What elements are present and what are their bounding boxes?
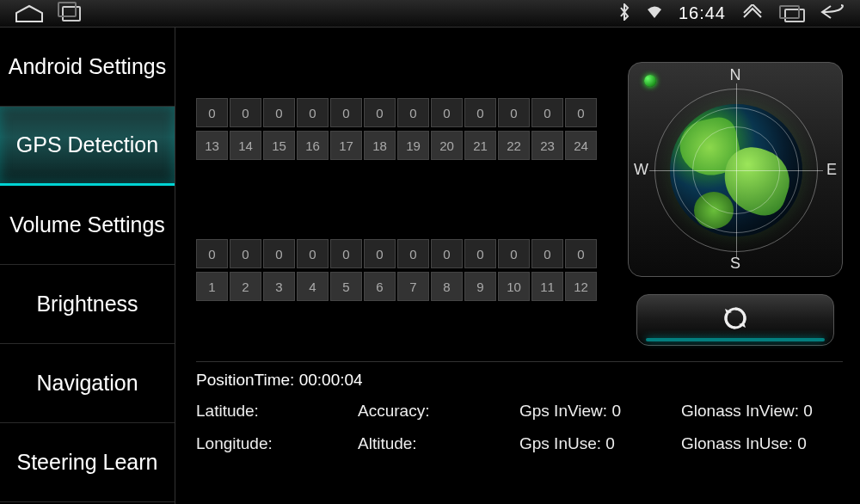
- sat-signal-value: 0: [531, 239, 563, 268]
- sat-signal-value: 0: [364, 98, 396, 127]
- sat-signal-value: 0: [263, 239, 295, 268]
- sidebar-item-steering-learn[interactable]: Steering Learn: [0, 423, 175, 502]
- clock: 16:44: [679, 3, 726, 23]
- back-icon[interactable]: [820, 4, 846, 23]
- sidebar: Android Settings GPS Detection Volume Se…: [0, 28, 175, 504]
- sat-id: 6: [364, 272, 396, 301]
- compass-east: E: [826, 161, 837, 179]
- sidebar-item-brightness[interactable]: Brightness: [0, 265, 175, 344]
- sat-signal-value: 0: [364, 239, 396, 268]
- sidebar-item-gps-detection[interactable]: GPS Detection: [0, 107, 175, 186]
- main-content: 000000000000 131415161718192021222324 00…: [175, 28, 860, 504]
- sat-id: 23: [531, 131, 563, 160]
- sat-signal-value: 0: [230, 98, 261, 127]
- sat-id: 1: [196, 272, 228, 301]
- longitude: Longitude:: [196, 434, 358, 453]
- recent-apps-icon[interactable]: [779, 5, 805, 22]
- sat-signal-value: 0: [498, 98, 530, 127]
- accuracy: Accuracy:: [358, 402, 519, 421]
- sidebar-item-label: GPS Detection: [16, 132, 158, 157]
- sat-id: 14: [230, 131, 261, 160]
- sat-id: 9: [464, 272, 496, 301]
- sat-signal-value: 0: [230, 239, 261, 268]
- sat-signal-value: 0: [397, 239, 429, 268]
- sidebar-item-label: Volume Settings: [9, 212, 165, 237]
- gps-inuse: Gps InUse: 0: [519, 434, 681, 453]
- gps-inview: Gps InView: 0: [519, 402, 681, 421]
- task-icon[interactable]: [62, 6, 81, 22]
- sat-id: 12: [565, 272, 597, 301]
- sat-signal-value: 0: [297, 239, 329, 268]
- bluetooth-icon: [618, 3, 630, 24]
- sat-id: 21: [464, 131, 496, 160]
- sat-id: 16: [297, 131, 329, 160]
- glonass-inview: Glonass InView: 0: [681, 402, 843, 421]
- sidebar-item-android-settings[interactable]: Android Settings: [0, 28, 175, 107]
- sat-id: 5: [330, 272, 362, 301]
- gps-info-panel: PositionTime: 00:00:04 Latitude: Accurac…: [196, 361, 843, 504]
- chevron-up-icon[interactable]: [741, 4, 764, 23]
- sat-id: 17: [330, 131, 362, 160]
- sat-id: 22: [498, 131, 530, 160]
- sat-id: 7: [397, 272, 429, 301]
- sat-id: 11: [531, 272, 563, 301]
- sat-id: 3: [263, 272, 295, 301]
- compass-globe-panel: N S W E: [628, 62, 843, 277]
- sat-id: 13: [196, 131, 228, 160]
- wifi-icon: [646, 5, 663, 22]
- sat-id: 8: [431, 272, 463, 301]
- sat-signal-value: 0: [330, 98, 362, 127]
- sidebar-item-volume-settings[interactable]: Volume Settings: [0, 186, 175, 265]
- sat-id: 15: [263, 131, 295, 160]
- sat-id: 18: [364, 131, 396, 160]
- sat-id: 2: [230, 272, 261, 301]
- gps-lock-led-icon: [644, 75, 656, 87]
- sat-signal-value: 0: [196, 98, 228, 127]
- sat-signal-value: 0: [498, 239, 530, 268]
- sat-signal-value: 0: [464, 239, 496, 268]
- sat-id: 10: [498, 272, 530, 301]
- position-time: PositionTime: 00:00:04: [196, 371, 843, 390]
- position-time-value: 00:00:04: [299, 371, 363, 389]
- sat-id: 19: [397, 131, 429, 160]
- home-icon[interactable]: [14, 4, 45, 23]
- sidebar-item-navigation[interactable]: Navigation: [0, 344, 175, 423]
- sat-signal-value: 0: [397, 98, 429, 127]
- refresh-button[interactable]: [636, 294, 834, 346]
- sidebar-item-label: Steering Learn: [16, 450, 157, 475]
- latitude: Latitude:: [196, 402, 358, 421]
- sat-signal-value: 0: [431, 239, 463, 268]
- compass-south: S: [730, 255, 740, 273]
- sat-signal-value: 0: [431, 98, 463, 127]
- sidebar-item-label: Brightness: [36, 292, 138, 317]
- status-bar: 16:44: [0, 0, 860, 28]
- compass-north: N: [730, 66, 741, 84]
- sat-signal-value: 0: [263, 98, 295, 127]
- sat-signal-value: 0: [297, 98, 329, 127]
- altitude: Altitude:: [358, 434, 519, 453]
- glonass-inuse: Glonass InUse: 0: [681, 434, 843, 453]
- sat-signal-value: 0: [565, 98, 597, 127]
- sat-id: 4: [297, 272, 329, 301]
- sat-signal-value: 0: [196, 239, 228, 268]
- sat-signal-value: 0: [565, 239, 597, 268]
- sat-id: 20: [431, 131, 463, 160]
- sat-signal-value: 0: [464, 98, 496, 127]
- sidebar-item-label: Navigation: [36, 371, 138, 396]
- satellite-block-gps: 000000000000 123456789101112: [196, 239, 597, 301]
- refresh-icon: [721, 304, 750, 336]
- sidebar-item-label: Android Settings: [9, 54, 166, 79]
- position-time-label: PositionTime:: [196, 371, 294, 389]
- globe-icon: [654, 89, 818, 252]
- sat-signal-value: 0: [330, 239, 362, 268]
- sat-signal-value: 0: [531, 98, 563, 127]
- compass-west: W: [634, 161, 648, 179]
- sat-id: 24: [565, 131, 597, 160]
- satellite-block-glonass: 000000000000 131415161718192021222324: [196, 98, 597, 160]
